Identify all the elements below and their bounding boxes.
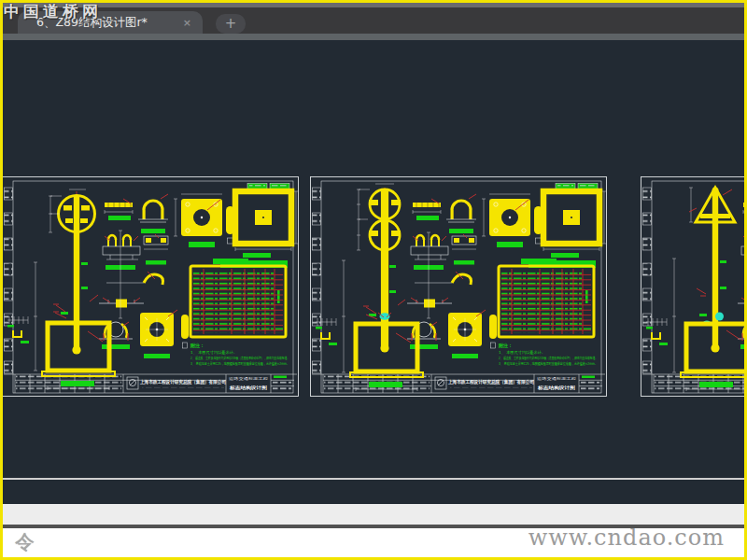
sheet1-content [3,177,299,397]
new-tab-button[interactable]: + [216,14,246,34]
border-top [0,0,747,3]
tabbar-lower-strip [3,34,744,40]
close-tab-icon[interactable]: × [181,17,193,29]
border-left [0,0,3,560]
drawing-sheet-3[interactable] [641,176,744,399]
elevation-single-circle-sign [7,189,122,390]
drawing-sheet-1[interactable] [3,176,299,399]
bottom-gray-strip [3,504,744,525]
canvas-divider-line [3,478,744,480]
sheet2-content [311,177,607,397]
sheet3-content [641,177,745,397]
cad-canvas[interactable] [3,40,744,504]
watermark-character: 令 [15,529,35,555]
watermark-site-name: 中国道桥网 [4,1,102,22]
drawing-sheet-2[interactable] [310,176,607,399]
watermark-url: www.cndao.com [529,525,725,551]
elevation-double-circle-sign [316,184,430,391]
tab-bar: 6、Z89结构设计图r* × + [3,7,744,34]
elevation-triangle-sign [646,188,744,392]
